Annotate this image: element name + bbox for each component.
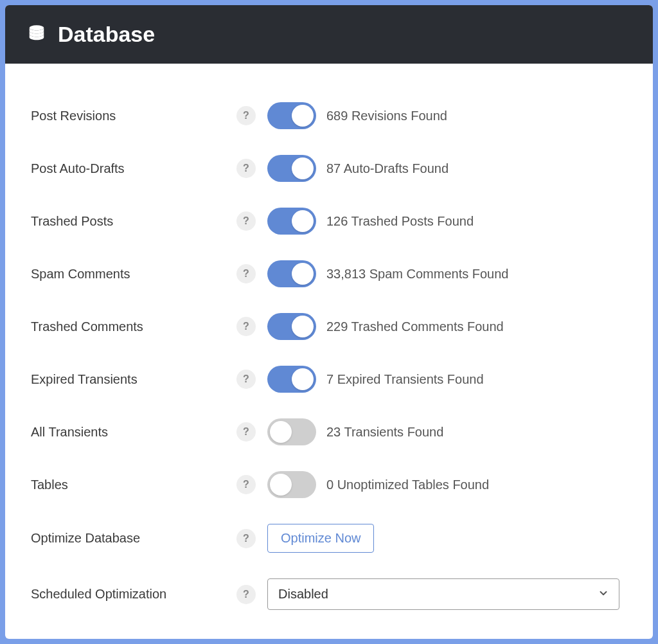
status-trashed-posts: 126 Trashed Posts Found	[326, 214, 474, 229]
status-trashed-comments: 229 Trashed Comments Found	[326, 319, 504, 334]
status-post-revisions: 689 Revisions Found	[326, 109, 447, 123]
row-trashed-posts: Trashed Posts ? 126 Trashed Posts Found	[31, 195, 627, 247]
row-post-revisions: Post Revisions ? 689 Revisions Found	[31, 89, 627, 142]
help-icon[interactable]: ?	[236, 159, 256, 178]
label-all-transients: All Transients	[31, 425, 236, 440]
toggle-trashed-posts[interactable]	[267, 208, 316, 235]
toggle-all-transients[interactable]	[267, 418, 316, 445]
help-icon[interactable]: ?	[236, 529, 256, 548]
optimize-now-button[interactable]: Optimize Now	[267, 524, 374, 553]
label-optimize-database: Optimize Database	[31, 531, 236, 546]
scheduled-optimization-select[interactable]: Disabled	[267, 578, 619, 610]
help-icon[interactable]: ?	[236, 211, 256, 231]
panel-title: Database	[58, 22, 155, 47]
label-post-revisions: Post Revisions	[31, 109, 236, 123]
scheduled-select-wrap: Disabled	[267, 578, 619, 610]
toggle-expired-transients[interactable]	[267, 366, 316, 393]
database-icon	[27, 24, 46, 46]
label-tables: Tables	[31, 478, 236, 492]
toggle-trashed-comments[interactable]	[267, 313, 316, 340]
toggle-spam-comments[interactable]	[267, 260, 316, 287]
row-all-transients: All Transients ? 23 Transients Found	[31, 406, 627, 458]
toggle-tables[interactable]	[267, 471, 316, 498]
help-icon[interactable]: ?	[236, 106, 256, 125]
toggle-post-revisions[interactable]	[267, 102, 316, 129]
row-trashed-comments: Trashed Comments ? 229 Trashed Comments …	[31, 300, 627, 353]
help-icon[interactable]: ?	[236, 264, 256, 283]
status-tables: 0 Unoptimized Tables Found	[326, 478, 489, 492]
svg-point-0	[30, 25, 44, 30]
row-optimize-database: Optimize Database ? Optimize Now	[31, 511, 627, 566]
label-trashed-comments: Trashed Comments	[31, 319, 236, 334]
row-spam-comments: Spam Comments ? 33,813 Spam Comments Fou…	[31, 247, 627, 300]
status-expired-transients: 7 Expired Transients Found	[326, 372, 484, 387]
row-post-auto-drafts: Post Auto-Drafts ? 87 Auto-Drafts Found	[31, 142, 627, 195]
label-spam-comments: Spam Comments	[31, 267, 236, 282]
label-post-auto-drafts: Post Auto-Drafts	[31, 161, 236, 176]
toggle-post-auto-drafts[interactable]	[267, 155, 316, 182]
row-expired-transients: Expired Transients ? 7 Expired Transient…	[31, 353, 627, 406]
panel-header: Database	[5, 5, 653, 64]
row-scheduled-optimization: Scheduled Optimization ? Disabled	[31, 566, 627, 623]
label-scheduled-optimization: Scheduled Optimization	[31, 587, 236, 602]
row-tables: Tables ? 0 Unoptimized Tables Found	[31, 458, 627, 511]
help-icon[interactable]: ?	[236, 370, 256, 389]
status-all-transients: 23 Transients Found	[326, 425, 443, 440]
help-icon[interactable]: ?	[236, 475, 256, 494]
help-icon[interactable]: ?	[236, 585, 256, 604]
status-spam-comments: 33,813 Spam Comments Found	[326, 267, 509, 282]
label-trashed-posts: Trashed Posts	[31, 214, 236, 229]
panel-content: Post Revisions ? 689 Revisions Found Pos…	[5, 64, 653, 639]
help-icon[interactable]: ?	[236, 317, 256, 336]
help-icon[interactable]: ?	[236, 422, 256, 442]
status-post-auto-drafts: 87 Auto-Drafts Found	[326, 161, 449, 176]
database-panel: Database Post Revisions ? 689 Revisions …	[5, 5, 653, 639]
label-expired-transients: Expired Transients	[31, 372, 236, 387]
